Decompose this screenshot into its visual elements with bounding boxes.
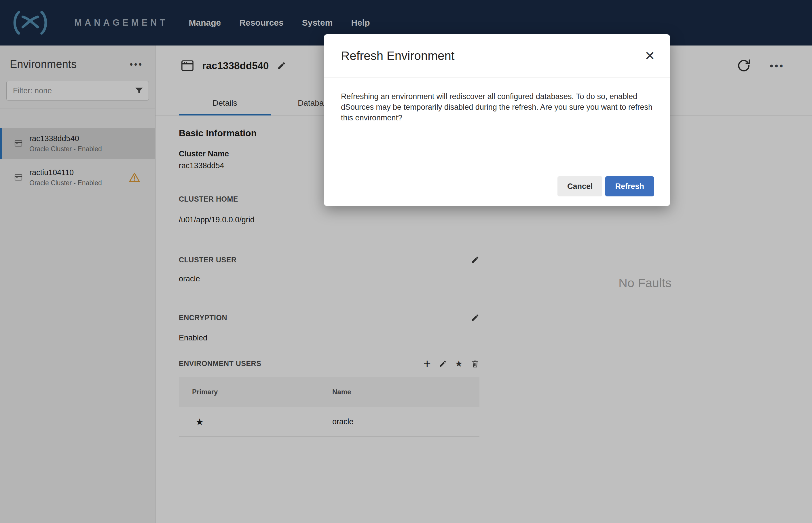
close-icon[interactable]: ✕ bbox=[644, 50, 655, 62]
dialog-footer: Cancel Refresh bbox=[557, 176, 654, 196]
dialog-header: Refresh Environment ✕ bbox=[324, 34, 670, 77]
cancel-button[interactable]: Cancel bbox=[557, 176, 603, 196]
dialog-message: Refreshing an environment will rediscove… bbox=[324, 77, 670, 123]
app-root: MANAGEMENT Manage Resources System Help … bbox=[0, 0, 812, 523]
dialog-title: Refresh Environment bbox=[341, 49, 455, 63]
refresh-button[interactable]: Refresh bbox=[605, 176, 654, 196]
modal-overlay: Refresh Environment ✕ Refreshing an envi… bbox=[0, 0, 812, 523]
refresh-environment-dialog: Refresh Environment ✕ Refreshing an envi… bbox=[324, 34, 670, 206]
